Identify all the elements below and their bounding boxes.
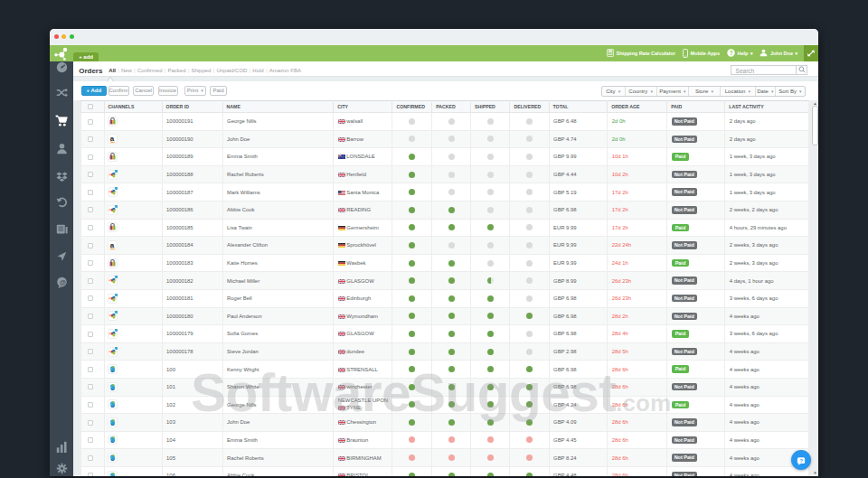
svg-text:?: ?: [730, 50, 733, 56]
svg-text:@: @: [59, 277, 65, 286]
svg-text:?: ?: [799, 458, 803, 464]
